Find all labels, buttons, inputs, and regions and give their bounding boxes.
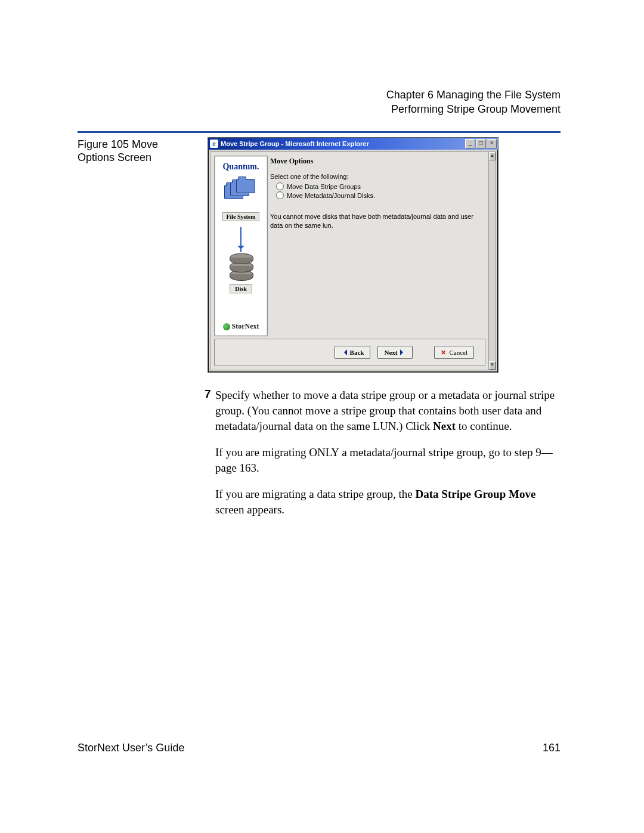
radio-icon[interactable]	[276, 182, 284, 190]
file-system-label: File System	[222, 212, 259, 221]
x-icon: ✕	[441, 346, 446, 358]
wizard-main: Move Options Select one of the following…	[270, 157, 484, 230]
section-title: Performing Stripe Group Movement	[386, 102, 561, 116]
scroll-down-button[interactable]: ▼	[489, 361, 496, 370]
footer-document-title: StorNext User’s Guide	[78, 742, 184, 754]
screenshot-window: e Move Stripe Group - Microsoft Internet…	[208, 137, 499, 373]
step-paragraph-1: Specify whether to move a data stripe gr…	[215, 388, 561, 434]
maximize-button[interactable]: □	[476, 139, 486, 148]
back-label: Back	[350, 346, 364, 358]
stornext-globe-icon	[223, 323, 230, 330]
disk-label: Disk	[230, 284, 252, 293]
ie-icon: e	[210, 140, 218, 148]
quantum-logo: Quantum.	[222, 162, 259, 172]
next-button[interactable]: Next	[377, 346, 413, 359]
disk-icon	[227, 253, 255, 281]
wizard-heading: Move Options	[270, 157, 484, 166]
radio-icon[interactable]	[276, 191, 284, 199]
arrow-down-icon	[240, 227, 242, 252]
scrollbar[interactable]: ▲ ▼	[488, 151, 496, 370]
option-move-metadata[interactable]: Move Metadata/Journal Disks.	[276, 191, 484, 199]
step-paragraph-3: If you are migrating a data stripe group…	[215, 487, 561, 518]
file-system-icon	[224, 179, 258, 209]
triangle-right-icon	[400, 349, 406, 355]
stornext-label: StorNext	[232, 322, 259, 331]
chapter-title: Chapter 6 Managing the File System	[386, 88, 561, 102]
wizard-sidebar: Quantum. File System Disk StorNext	[214, 156, 268, 336]
triangle-left-icon	[341, 349, 347, 355]
running-header: Chapter 6 Managing the File System Perfo…	[386, 88, 561, 116]
option-move-data-stripe[interactable]: Move Data Stripe Groups	[276, 182, 484, 190]
body-text: Specify whether to move a data stripe gr…	[202, 388, 561, 518]
option-label: Move Metadata/Journal Disks.	[287, 192, 375, 199]
next-label: Next	[384, 346, 397, 358]
window-client-area: Quantum. File System Disk StorNext Move …	[210, 151, 490, 370]
figure-caption: Figure 105 Move Options Screen	[78, 138, 197, 164]
cancel-label: Cancel	[449, 346, 467, 358]
step-paragraph-2: If you are migrating ONLY a metadata/jou…	[215, 445, 561, 476]
scroll-up-button[interactable]: ▲	[489, 152, 496, 160]
close-button[interactable]: ×	[487, 139, 497, 148]
window-title: Move Stripe Group - Microsoft Internet E…	[221, 140, 369, 147]
stornext-brand: StorNext	[223, 322, 259, 331]
wizard-button-bar: Back Next ✕ Cancel	[214, 339, 485, 366]
window-titlebar[interactable]: e Move Stripe Group - Microsoft Internet…	[208, 138, 498, 150]
minimize-button[interactable]: _	[465, 139, 475, 148]
option-label: Move Data Stripe Groups	[287, 183, 361, 190]
header-rule	[78, 131, 561, 133]
wizard-lead: Select one of the following:	[270, 173, 484, 180]
back-button[interactable]: Back	[335, 346, 371, 359]
footer-page-number: 161	[543, 742, 561, 754]
cancel-button[interactable]: ✕ Cancel	[434, 346, 474, 359]
wizard-note: You cannot move disks that have both met…	[270, 212, 484, 230]
